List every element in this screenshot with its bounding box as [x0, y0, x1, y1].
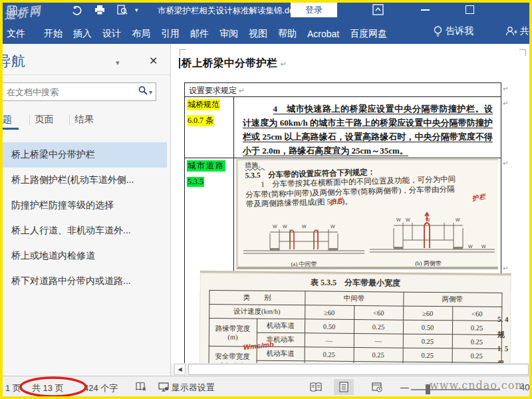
- svg-text:(a) 中间带: (a) 中间带: [291, 261, 317, 267]
- tab-references[interactable]: 引用: [156, 28, 185, 40]
- svg-text:W: W: [331, 224, 335, 229]
- print-preview-icon[interactable]: [115, 4, 130, 16]
- search-icon[interactable]: [138, 86, 148, 98]
- table-header-cell: 设置要求规定 ↵: [185, 83, 501, 97]
- share-label: 共享: [520, 25, 532, 37]
- nav-close-icon[interactable]: ✕: [149, 55, 158, 67]
- nav-tab-headings[interactable]: 标题: [0, 113, 12, 126]
- scanned-image-width-table[interactable]: 表 5.3.5 分车带最小宽度 类 别 中间带 两侧带 设计速度(km/h) ≥…: [199, 271, 511, 363]
- scrollbar-thumb[interactable]: [188, 364, 529, 375]
- paragraph-mark: ↵: [503, 100, 508, 107]
- tab-baidu-netdisk[interactable]: 百度网盘: [344, 28, 392, 40]
- nav-heading-item[interactable]: 桥上桥梁中分带护栏: [0, 142, 167, 168]
- paragraph-mark: ↵: [239, 86, 245, 94]
- nav-heading-item[interactable]: 桥上路侧护栏(机动车道外侧...: [0, 168, 167, 193]
- nav-tab-active-underline: [0, 128, 19, 130]
- share-button[interactable]: 共享: [505, 25, 532, 37]
- word-count[interactable]: 424 个字: [84, 382, 118, 394]
- document-heading-text: 桥上桥梁中分带护栏: [182, 57, 277, 68]
- table-row-code: 城桥规范 6.0.7 条 4 城市快速路上的桥梁应设置中央分隔带防撞护栏。设计速…: [185, 97, 501, 158]
- scan-table-title: 表 5.3.5 分车带最小宽度: [200, 276, 511, 290]
- svg-text:W: W: [283, 224, 287, 229]
- highlighted-source-name: 城桥规范: [187, 99, 220, 110]
- qat-customize-icon[interactable]: ▾: [135, 7, 138, 13]
- nav-headings-list: 桥上桥梁中分带护栏 桥上路侧护栏(机动车道外侧... 防撞护栏防撞等级的选择 桥…: [0, 142, 171, 294]
- search-input[interactable]: [1, 86, 138, 98]
- tab-home[interactable]: 开始: [39, 28, 68, 40]
- tab-design[interactable]: 设计: [97, 28, 126, 40]
- highlighted-source-clause: 6.0.7 条: [187, 115, 214, 126]
- print-layout-button[interactable]: [334, 379, 354, 395]
- table-header-text: 设置要求规定: [189, 86, 237, 95]
- highlighted-source-clause: 5.3.5: [187, 177, 204, 187]
- paragraph-mark: ↵: [503, 265, 508, 272]
- nav-options-dropdown-icon[interactable]: ▾: [116, 59, 120, 67]
- nav-heading-item[interactable]: 桥上人行道、非机动车道外...: [0, 218, 167, 243]
- scanned-image-code-text[interactable]: 措施。 5.3.5 分车带的设置应符合下列规定： 1 分车带按其在横断面中的不同…: [236, 159, 498, 269]
- page-number[interactable]: 1 页: [5, 382, 21, 394]
- nav-tabs: 标题 页面 结果: [0, 110, 171, 130]
- scan-text-block: 措施。 5.3.5 分车带的设置应符合下列规定： 1 分车带按其在横断面中的不同…: [238, 159, 498, 209]
- nav-search-box[interactable]: ▾: [1, 82, 156, 101]
- title-bar: ▾ 道桥网 市桥梁护栏相关设计标准解读集锦.docx -... 登录: [0, 0, 532, 20]
- svg-text:W: W: [481, 244, 486, 249]
- nav-heading-item[interactable]: 桥下对道路中分带内或道路...: [0, 269, 167, 294]
- minimize-button[interactable]: [421, 9, 430, 11]
- monitor-icon: [158, 382, 169, 392]
- tab-insert[interactable]: 插入: [68, 28, 97, 40]
- svg-text:W: W: [273, 224, 277, 229]
- tab-layout[interactable]: 布局: [126, 28, 156, 40]
- tab-mailings[interactable]: 邮件: [185, 28, 214, 40]
- paragraph-mark: ↵: [503, 160, 508, 167]
- navigation-pane: 导航 ▾ ✕ ▾ 标题 页面 结果 桥上桥梁中分带护栏 桥上路侧护栏(机动车道外…: [0, 44, 171, 376]
- clause-cell: 4 城市快速路上的桥梁应设置中央分隔带防撞护栏。设计速度为 60km/h 的城市…: [234, 97, 501, 158]
- read-mode-button[interactable]: [306, 379, 326, 395]
- scan-width-table: 类 别 中间带 两侧带 设计速度(km/h) ≥60 <60 ≥60 <60 路…: [208, 290, 502, 363]
- svg-text:W: W: [406, 217, 410, 222]
- display-settings-button[interactable]: 显示器设置: [158, 382, 215, 394]
- paragraph-mark: ↵: [503, 85, 508, 92]
- total-pages[interactable]: 共 13 页: [32, 382, 64, 394]
- web-layout-button[interactable]: [367, 379, 387, 395]
- sign-in-button[interactable]: 登录: [291, 2, 337, 17]
- zoom-slider-track[interactable]: [411, 389, 500, 390]
- document-page[interactable]: 桥上桥梁中分带护栏 ↵ ↵ ↵ ↵ ↵ 设置要求规定 ↵ 城桥规范 6.0.7 …: [171, 44, 532, 363]
- zoom-out-button[interactable]: —: [400, 382, 409, 392]
- nav-heading-item[interactable]: 桥上或地道内检修道: [0, 243, 167, 269]
- zoom-percentage[interactable]: 40: [520, 382, 529, 392]
- nav-heading-item[interactable]: 防撞护栏防撞等级的选择: [0, 193, 167, 218]
- display-settings-label: 显示器设置: [172, 382, 215, 392]
- svg-text:W: W: [468, 244, 473, 249]
- tell-me-button[interactable]: 告诉我: [434, 25, 473, 37]
- tab-review[interactable]: 审阅: [214, 28, 243, 40]
- proofing-icon[interactable]: [136, 382, 147, 394]
- nav-tab-results[interactable]: 结果: [74, 113, 94, 126]
- horizontal-scrollbar[interactable]: ◀: [171, 363, 532, 376]
- text-boundary-mark: [180, 49, 186, 56]
- tab-acrobat[interactable]: Acrobat: [302, 29, 344, 39]
- zoom-slider-handle[interactable]: [426, 384, 430, 394]
- ribbon-tabs: 文件 开始 插入 设计 布局 引用 邮件 审阅 视图 帮助 Acrobat 百度…: [1, 24, 392, 44]
- ribbon-display-options-icon[interactable]: [372, 4, 384, 18]
- nav-tab-pages[interactable]: 页面: [35, 113, 54, 126]
- text-cursor: [179, 58, 180, 68]
- document-heading[interactable]: 桥上桥梁中分带护栏 ↵: [182, 57, 287, 70]
- svg-text:W: W: [456, 217, 460, 222]
- svg-text:W: W: [302, 224, 307, 229]
- search-options-dropdown-icon[interactable]: ▾: [149, 88, 152, 96]
- print-icon[interactable]: [92, 4, 107, 16]
- tab-file[interactable]: 文件: [1, 28, 31, 40]
- scroll-left-button[interactable]: ◀: [174, 364, 186, 375]
- maximize-button[interactable]: [466, 5, 474, 14]
- tab-help[interactable]: 帮助: [273, 28, 302, 40]
- requirements-table[interactable]: 设置要求规定 ↵ 城桥规范 6.0.7 条 4 城市快速路上的桥梁应设置中央分隔…: [184, 82, 501, 363]
- tab-view[interactable]: 视图: [243, 28, 273, 40]
- book-edge-fragment: 保: [497, 359, 504, 363]
- undo-icon[interactable]: [70, 4, 84, 16]
- highlighted-source-name: 城市道路: [187, 160, 225, 172]
- save-icon[interactable]: [5, 4, 19, 16]
- book-edge-fragment: 规: [497, 330, 505, 340]
- side-band-diagram: W W W W W W (b) 两侧带: [368, 208, 496, 268]
- nav-divider: [0, 74, 171, 75]
- quick-access-toolbar: ▾: [5, 4, 138, 16]
